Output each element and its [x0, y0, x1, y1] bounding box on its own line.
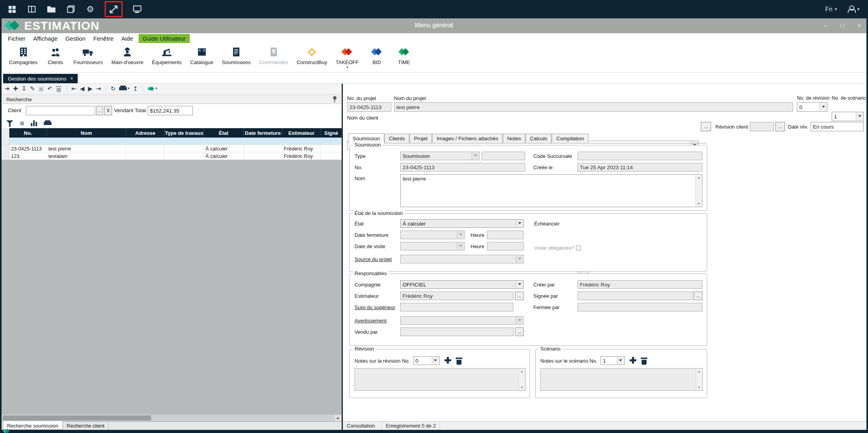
no-field[interactable]: 23-0425-1113 — [400, 163, 525, 172]
layout-columns-icon[interactable] — [26, 3, 37, 16]
cell-signe[interactable] — [321, 152, 342, 160]
add-record-icon[interactable]: ✚ — [13, 86, 18, 91]
tab-close-icon[interactable]: × — [70, 76, 73, 81]
fermee-par-field[interactable] — [577, 303, 702, 311]
toolbar-item-constructbuy[interactable]: ConstructBuy — [292, 46, 332, 65]
new-window-icon[interactable] — [131, 3, 143, 16]
client-clear-button[interactable]: X — [104, 106, 112, 115]
cell-no[interactable]: 123 — [9, 152, 47, 160]
vendu-par-field[interactable] — [400, 327, 513, 336]
scroll-down-icon[interactable]: ▼ — [520, 386, 524, 389]
scroll-down-icon[interactable]: ▼ — [697, 202, 700, 206]
column-header-type[interactable]: Type de travaux — [165, 128, 204, 138]
scenario-no-combobox[interactable]: 1 — [601, 356, 625, 365]
open-record-icon[interactable]: ➜ — [5, 86, 10, 91]
revision-notes-textarea[interactable]: ▲▼ — [355, 368, 526, 391]
type-combobox[interactable]: Soumission — [400, 152, 479, 160]
refresh-icon[interactable]: ↻ — [111, 86, 116, 91]
summary-lines-icon[interactable]: ≡ — [20, 120, 24, 127]
scrollbar[interactable]: ▲▼ — [696, 369, 702, 390]
tab-compilation[interactable]: Compilation — [552, 134, 588, 143]
toolbar-item-bid[interactable]: BID — [363, 46, 390, 65]
table-row-selected[interactable] — [2, 138, 342, 145]
dropdown-button[interactable] — [516, 281, 523, 288]
menu-fichier[interactable]: Fichier — [4, 34, 29, 43]
guide-utilisateur-button[interactable]: Guide Utilisateur — [139, 34, 190, 43]
menu-fenetre[interactable]: Fenêtre — [89, 34, 118, 43]
tab-calculs[interactable]: Calculs — [526, 134, 551, 143]
code-succursale-field[interactable] — [577, 152, 702, 160]
dropdown-button[interactable] — [820, 103, 827, 111]
signee-par-browse-button[interactable]: ... — [694, 292, 702, 300]
column-header-nom[interactable]: Nom — [47, 128, 126, 138]
source-du-projet-link[interactable]: Source du projet — [355, 256, 400, 262]
cell-fermeture[interactable] — [244, 152, 282, 160]
column-header-estimateur[interactable]: Estimateur — [282, 128, 321, 138]
column-header-etat[interactable]: État — [204, 128, 244, 138]
tab-recherche-client[interactable]: Recherche client — [63, 422, 109, 430]
delete-revision-button[interactable] — [456, 357, 462, 365]
estimateur-field[interactable]: Frédéric Roy — [400, 292, 513, 300]
nav-last-icon[interactable]: ⇥ — [96, 86, 101, 91]
dropdown-button[interactable] — [432, 357, 439, 364]
pin-icon[interactable] — [333, 96, 337, 103]
print-grid-icon[interactable] — [44, 120, 52, 126]
tab-images-fichiers[interactable]: Images / Fichiers attachés — [432, 134, 503, 143]
toolbar-item-soumissions[interactable]: Soumissions — [217, 46, 255, 65]
cell-type[interactable] — [165, 152, 204, 160]
avertissement-combobox[interactable] — [400, 316, 524, 325]
print-icon[interactable]: ▾ — [119, 86, 130, 91]
dropdown-button[interactable] — [516, 317, 523, 324]
revision-client-browse-button[interactable]: ... — [775, 122, 785, 131]
type-extra-field[interactable] — [481, 152, 525, 160]
edit-record-icon[interactable]: ✎ — [30, 86, 35, 91]
import-icon[interactable]: ↧ — [21, 86, 27, 91]
menu-gestion[interactable]: Gestion — [61, 34, 89, 43]
cell-nom[interactable]: testalain — [47, 152, 126, 160]
language-selector[interactable]: Fn ▾ — [825, 6, 837, 13]
vendu-par-browse-button[interactable]: ... — [515, 327, 524, 336]
suivi-field[interactable] — [400, 303, 513, 311]
open-folder-icon[interactable] — [45, 3, 57, 16]
toolbar-item-time[interactable]: TIME — [390, 46, 418, 65]
heure-fermeture-field[interactable] — [487, 231, 524, 239]
compagnie-combobox[interactable]: OFFICIEL — [400, 280, 524, 289]
toolbar-item-catalogue[interactable]: Catalogue — [186, 46, 217, 65]
scrollbar[interactable]: ▲▼ — [695, 175, 702, 206]
brand-menu-icon[interactable]: ▾ — [148, 86, 157, 92]
maximize-button[interactable]: □ — [840, 22, 844, 29]
cell-nom[interactable]: test pierre — [47, 145, 126, 152]
dropdown-button[interactable] — [856, 113, 863, 120]
copy-windows-icon[interactable] — [65, 3, 77, 16]
date-rev-field[interactable]: En cours — [811, 122, 864, 131]
cell-fermeture[interactable] — [244, 145, 282, 152]
toolbar-item-fournisseurs[interactable]: Fournisseurs — [69, 46, 107, 65]
scroll-up-icon[interactable]: ▲ — [698, 370, 701, 373]
date-visite-combobox[interactable] — [400, 242, 465, 250]
tab-projet[interactable]: Projet — [410, 134, 432, 143]
toolbar-item-main-doeuvre[interactable]: Main-d'oeuvre — [107, 46, 148, 65]
toolbar-item-takeoff[interactable]: TAKEOFF ▾ — [332, 46, 363, 68]
scrollbar-thumb[interactable] — [3, 415, 151, 420]
source-combobox[interactable] — [400, 255, 524, 263]
filter-funnel-icon[interactable] — [6, 120, 13, 127]
table-row[interactable]: 123 testalain À calculer Frédéric Roy — [2, 152, 342, 160]
no-scenario-combobox[interactable]: 1 — [832, 112, 864, 121]
column-header-no[interactable]: No. — [9, 128, 47, 138]
cell-adresse[interactable] — [126, 145, 165, 152]
nav-prev-icon[interactable]: ◀ — [80, 86, 85, 91]
client-browse-button[interactable]: .. — [96, 106, 103, 115]
signee-par-field[interactable] — [577, 292, 693, 300]
close-button[interactable]: × — [857, 22, 861, 29]
column-header-adresse[interactable]: Adresse — [126, 128, 165, 138]
chart-bars-icon[interactable] — [31, 120, 37, 126]
table-row[interactable]: 23-0425-1113 test pierre À calculer Fréd… — [2, 145, 342, 152]
cell-etat[interactable]: À calculer — [204, 152, 244, 160]
undo-icon[interactable]: ↶ — [48, 86, 53, 91]
horizontal-scrollbar[interactable]: ▸ — [2, 415, 342, 421]
cell-no[interactable]: 23-0425-1113 — [9, 145, 47, 152]
nom-projet-field[interactable]: test pierre — [394, 102, 793, 112]
estimateur-browse-button[interactable]: ... — [515, 292, 524, 300]
cell-estimateur[interactable]: Frédéric Roy — [282, 145, 321, 152]
nom-textarea[interactable]: test pierre▲▼ — [400, 174, 702, 207]
